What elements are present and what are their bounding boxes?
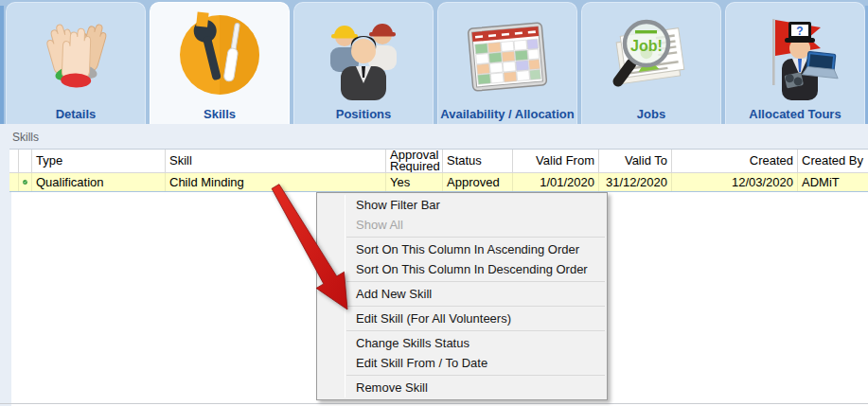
tab-allocated-tours-label: Allocated Tours (726, 107, 864, 121)
job-search-icon: Job! (604, 8, 699, 108)
column-header-status-icon (19, 150, 32, 172)
menu-item-sort-ascending[interactable]: Sort On This Column In Ascending Order (317, 239, 607, 259)
menu-item-add-new-skill[interactable]: Add New Skill (317, 284, 607, 304)
cell-valid-to: 31/12/2020 (599, 173, 672, 191)
menu-item-remove-skill[interactable]: Remove Skill (317, 378, 607, 397)
cell-approval-required: Yes (386, 173, 443, 191)
window-bottom-border (0, 403, 868, 404)
menu-item-show-all: Show All (317, 215, 607, 235)
column-header-created[interactable]: Created (672, 150, 798, 172)
menu-separator (346, 375, 605, 376)
menu-item-show-filter-bar[interactable]: Show Filter Bar (317, 195, 607, 215)
column-header-type[interactable]: Type (32, 150, 166, 172)
cell-created-by: ADMiT (798, 173, 868, 191)
svg-text:Job!: Job! (630, 38, 663, 54)
menu-icon-gutter (345, 195, 345, 397)
menu-separator (346, 306, 605, 307)
svg-text:?: ? (796, 25, 803, 38)
column-header-valid-from[interactable]: Valid From (513, 150, 599, 172)
calendar-icon (460, 8, 555, 108)
column-header-row-selector (9, 150, 19, 172)
tab-positions-label: Positions (294, 107, 433, 121)
menu-separator (346, 330, 605, 331)
column-header-created-by[interactable]: Created By (798, 150, 868, 172)
column-header-status[interactable]: Status (443, 150, 513, 172)
cell-type: Qualification (32, 173, 166, 191)
table-header-row: Type Skill Approval Required Status Vali… (9, 149, 868, 173)
cell-status: Approved (443, 173, 513, 191)
cell-skill: Child Minding (166, 173, 386, 191)
people-icon (316, 8, 411, 108)
tab-skills[interactable]: Skills (150, 2, 290, 124)
tab-details[interactable]: Details (6, 2, 146, 124)
tab-allocated-tours[interactable]: ? Allocated Tours (725, 2, 865, 124)
column-header-skill[interactable]: Skill (166, 150, 386, 172)
skills-table: Type Skill Approval Required Status Vali… (9, 149, 868, 192)
approved-check-icon (19, 173, 32, 191)
cell-created: 12/03/2020 (672, 173, 798, 191)
tab-details-label: Details (7, 107, 145, 121)
menu-separator (346, 281, 605, 282)
menu-item-sort-descending[interactable]: Sort On This Column In Descending Order (317, 259, 607, 279)
menu-separator (346, 237, 605, 238)
context-menu: Show Filter Bar Show All Sort On This Co… (316, 192, 608, 400)
menu-item-edit-skill-from-to-date[interactable]: Edit Skill From / To Date (317, 353, 607, 373)
skills-group-label: Skills (12, 131, 39, 144)
tab-positions[interactable]: Positions (293, 2, 434, 124)
tab-jobs[interactable]: Job! Jobs (581, 2, 721, 124)
tab-bar: Details Skills (0, 0, 868, 124)
hands-icon (28, 8, 123, 108)
tab-availability-allocation-label: Availability / Allocation (438, 107, 576, 121)
tools-icon (172, 8, 267, 108)
tab-availability-allocation[interactable]: Availability / Allocation (437, 2, 577, 124)
menu-item-edit-skill-for-all-volunteers[interactable]: Edit Skill (For All Volunteers) (317, 309, 607, 328)
tour-guide-icon: ? (748, 8, 842, 108)
tab-jobs-label: Jobs (582, 107, 720, 121)
table-row[interactable]: Qualification Child Minding Yes Approved… (9, 173, 868, 192)
menu-item-change-skills-status[interactable]: Change Skills Status (317, 333, 607, 353)
cell-valid-from: 1/01/2020 (513, 173, 599, 191)
row-selector-cell (9, 173, 19, 191)
tab-skills-label: Skills (151, 107, 289, 121)
tab-bar-left-edge (0, 6, 4, 124)
column-header-valid-to[interactable]: Valid To (599, 150, 672, 172)
column-header-approval-required[interactable]: Approval Required (386, 150, 443, 172)
